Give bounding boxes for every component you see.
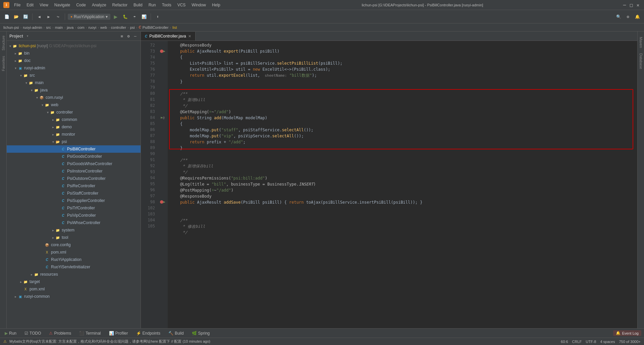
tree-item-psi-goods-whse-controller[interactable]: C PsiGoodsWhseController xyxy=(7,160,141,167)
tree-item-psi-vip-controller[interactable]: C PsiVipController xyxy=(7,212,141,219)
panel-minimize[interactable]: — xyxy=(132,33,138,39)
tree-item-psi-re-controller[interactable]: C PsiReController xyxy=(7,182,141,190)
breadcrumb-psi[interactable]: psi xyxy=(130,25,135,29)
sync-button[interactable]: 🔄 xyxy=(21,13,30,21)
tree-item-psi-supplier-controller[interactable]: C PsiSupplierController xyxy=(7,197,141,204)
tree-item-main[interactable]: ▾ 📁 main xyxy=(7,79,141,86)
event-log-button[interactable]: 🔔 Event Log xyxy=(613,330,641,336)
tree-item-pom-xml[interactable]: X pom.xml xyxy=(7,249,141,256)
breadcrumb-controller-class[interactable]: PsiBillController xyxy=(143,25,169,29)
breadcrumb-ruoyi[interactable]: ruoyi xyxy=(88,25,96,29)
breadcrumb-ruoyi-admin[interactable]: ruoyi-admin xyxy=(23,25,42,29)
cursor-position[interactable]: 60:6 xyxy=(561,340,568,344)
breadcrumb-lichun-psi[interactable]: lichun-psi xyxy=(3,25,19,29)
breadcrumb-java[interactable]: java xyxy=(67,25,73,29)
tree-item-psi-bill-controller[interactable]: C PsiBillController xyxy=(7,145,141,153)
tree-item-root-pom[interactable]: X pom.xml xyxy=(7,285,141,293)
tab-build[interactable]: 🔨 Build xyxy=(166,330,186,336)
tab-terminal[interactable]: ⬛ Terminal xyxy=(77,330,103,336)
maven-label[interactable]: Maven xyxy=(638,34,644,51)
menu-view[interactable]: View xyxy=(37,2,51,8)
tree-item-lichun-psi[interactable]: ▾ 📁 lichun-psi [ruoyi] G:\IDEAProjects\l… xyxy=(7,42,141,50)
line-ending[interactable]: CRLF xyxy=(572,340,582,344)
breadcrumb-src[interactable]: src xyxy=(46,25,51,29)
tree-item-src[interactable]: ▾ 📁 src xyxy=(7,72,141,79)
tree-item-psi-outstore-controller[interactable]: C PsiOutstoreController xyxy=(7,175,141,182)
tree-item-psi-trf-controller[interactable]: C PsiTrfController xyxy=(7,204,141,212)
vcs-button[interactable]: ⬆ xyxy=(154,13,162,21)
tree-item-psi-instore-controller[interactable]: C PsiInstoreController xyxy=(7,167,141,175)
tree-item-core-config[interactable]: 📦 core.config xyxy=(7,241,141,249)
favorites-panel-label[interactable]: Favorites xyxy=(1,53,6,74)
menu-vcs[interactable]: VCS xyxy=(175,2,189,8)
run-button[interactable]: ▶ xyxy=(112,13,120,21)
tab-endpoints[interactable]: ⚡ Endpoints xyxy=(134,330,162,336)
minimize-button[interactable]: ─ xyxy=(622,2,627,8)
encoding[interactable]: UTF-8 xyxy=(586,340,596,344)
new-button[interactable]: 📄 xyxy=(3,13,11,21)
tree-item-psi-whse-controller[interactable]: C PsiWhseController xyxy=(7,219,141,226)
menu-file[interactable]: File xyxy=(11,2,23,8)
breadcrumb-main[interactable]: main xyxy=(55,25,63,29)
menu-run[interactable]: Run xyxy=(146,2,159,8)
panel-dropdown-icon[interactable]: ▾ xyxy=(26,34,29,38)
tree-item-system[interactable]: ▸ 📁 system xyxy=(7,226,141,234)
panel-collapse-all[interactable]: ≡ xyxy=(119,33,124,39)
back-button[interactable]: ◀ xyxy=(35,13,43,21)
tab-problems[interactable]: ⚠ Problems xyxy=(47,330,73,336)
coverage-button[interactable]: ☂ xyxy=(130,13,139,21)
tree-item-java[interactable]: ▾ 📁 java xyxy=(7,86,141,94)
breadcrumb-com[interactable]: com xyxy=(77,25,85,29)
notifications-button[interactable]: 🔔 xyxy=(633,13,641,21)
tree-item-psi-staff-controller[interactable]: C PsiStaffController xyxy=(7,190,141,197)
tree-item-ruoyi-admin[interactable]: ▾ ▣ ruoyi-admin xyxy=(7,64,141,72)
tab-todo[interactable]: ☑ TODO xyxy=(22,330,43,336)
tab-spring[interactable]: 🌿 Spring xyxy=(190,330,212,336)
settings-button[interactable]: ⚙ xyxy=(624,13,632,21)
menu-build[interactable]: Build xyxy=(131,2,145,8)
tree-item-psi-goods-controller[interactable]: C PsiGoodsController xyxy=(7,153,141,160)
tree-item-target[interactable]: ▸ 📁 target xyxy=(7,278,141,285)
close-button[interactable]: ✕ xyxy=(635,2,641,8)
tree-item-com-ruoyi[interactable]: ▾ 📦 com.ruoyi xyxy=(7,94,141,101)
breadcrumb-list-method[interactable]: list xyxy=(172,25,177,29)
debug-button[interactable]: 🐛 xyxy=(121,13,129,21)
menu-refactor[interactable]: Refactor xyxy=(110,2,130,8)
menu-help[interactable]: Help xyxy=(209,2,223,8)
tree-item-ruoyi-application[interactable]: C RuoYiApplication xyxy=(7,256,141,263)
breakpoint-73[interactable] xyxy=(160,50,163,53)
menu-navigate[interactable]: Navigate xyxy=(52,2,73,8)
undo-button[interactable]: ↩ xyxy=(54,13,62,21)
tree-item-ruoyi-servlet[interactable]: C RuoYiServletInitializer xyxy=(7,263,141,271)
tree-item-ruoyi-common[interactable]: ▸ ▣ ruoyi-common xyxy=(7,293,141,300)
breakpoint-98[interactable] xyxy=(160,200,163,204)
breadcrumb-web[interactable]: web xyxy=(100,25,107,29)
menu-edit[interactable]: Edit xyxy=(24,2,36,8)
tab-profiler[interactable]: 📊 Profiler xyxy=(107,330,130,336)
breadcrumb-controller[interactable]: controller xyxy=(111,25,126,29)
code-area[interactable]: @ResponseBody public AjaxResult export(P… xyxy=(168,41,639,328)
indent-settings[interactable]: 4 spaces xyxy=(600,340,615,344)
open-button[interactable]: 📂 xyxy=(12,13,20,21)
panel-settings[interactable]: ⚙ xyxy=(126,33,131,39)
search-everywhere-button[interactable]: 🔍 xyxy=(614,13,623,21)
tree-item-controller[interactable]: ▾ 📁 controller xyxy=(7,109,141,116)
tree-item-monitor[interactable]: ▸ 📁 monitor xyxy=(7,131,141,138)
profile-button[interactable]: 📊 xyxy=(140,13,148,21)
tree-item-common[interactable]: ▸ 📁 common xyxy=(7,116,141,123)
run-config-selector[interactable]: ● RuoYiApplication ▾ xyxy=(68,14,110,20)
tree-item-bin[interactable]: ▸ 📁 bin xyxy=(7,50,141,57)
tab-run[interactable]: ▶ Run xyxy=(3,330,18,336)
tree-item-tool[interactable]: ▸ 📁 tool xyxy=(7,234,141,241)
forward-button[interactable]: ▶ xyxy=(45,13,53,21)
tree-item-psi[interactable]: ▾ 📂 psi xyxy=(7,138,141,145)
database-label[interactable]: Database xyxy=(638,51,644,72)
menu-analyze[interactable]: Analyze xyxy=(89,2,109,8)
structure-panel-label[interactable]: Structure xyxy=(1,33,6,53)
menu-window[interactable]: Window xyxy=(189,2,209,8)
tree-item-demo[interactable]: ▸ 📁 demo xyxy=(7,123,141,131)
menu-tools[interactable]: Tools xyxy=(159,2,174,8)
maximize-button[interactable]: □ xyxy=(629,2,634,8)
tree-item-doc[interactable]: ▸ 📁 doc xyxy=(7,57,141,64)
tree-item-web[interactable]: ▾ 📁 web xyxy=(7,101,141,109)
